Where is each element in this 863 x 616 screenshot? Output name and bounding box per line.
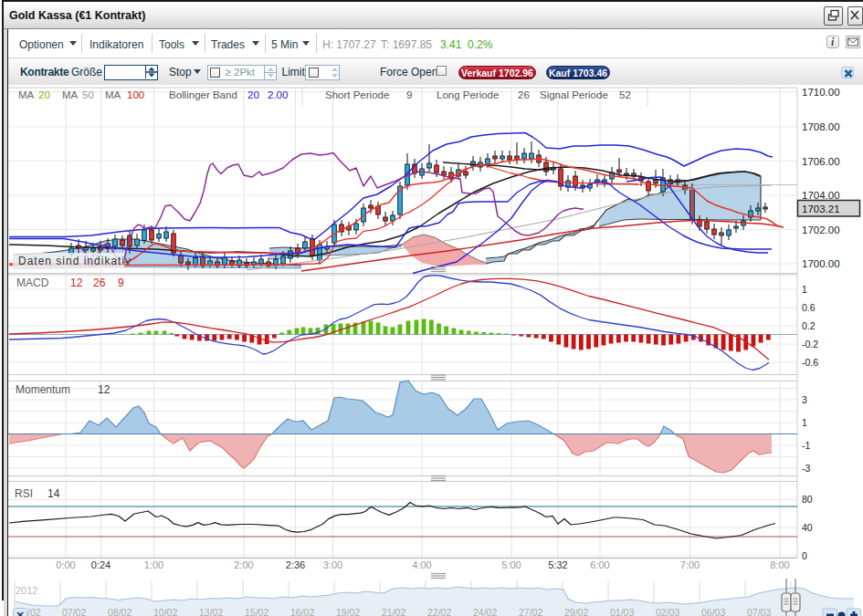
svg-text:0: 0 <box>802 550 807 561</box>
svg-text:1703.21: 1703.21 <box>802 204 840 214</box>
svg-text:14: 14 <box>47 487 60 500</box>
svg-text:40: 40 <box>802 522 813 533</box>
svg-text:Daten sind indikativ: Daten sind indikativ <box>18 255 132 267</box>
svg-text:06/03: 06/03 <box>701 607 725 616</box>
svg-text:Signal Periode: Signal Periode <box>540 89 608 100</box>
svg-text:50: 50 <box>82 89 94 100</box>
svg-text:1:00: 1:00 <box>144 559 163 570</box>
svg-text:1704.00: 1704.00 <box>802 190 840 201</box>
svg-text:2:00: 2:00 <box>234 559 253 570</box>
svg-text:15/02: 15/02 <box>245 607 268 616</box>
svg-text:22/02: 22/02 <box>427 607 451 616</box>
svg-text:1706.00: 1706.00 <box>802 156 840 167</box>
svg-text:80: 80 <box>802 494 813 505</box>
svg-text:2012: 2012 <box>16 585 37 596</box>
svg-text:Momentum: Momentum <box>16 383 70 396</box>
svg-text:Bollinger Band: Bollinger Band <box>169 89 237 100</box>
svg-text:1710.00: 1710.00 <box>802 87 840 98</box>
svg-text:1: 1 <box>802 417 807 428</box>
svg-text:2:36: 2:36 <box>286 559 305 570</box>
svg-text:29/02: 29/02 <box>564 607 588 616</box>
svg-text:1: 1 <box>802 284 807 295</box>
svg-text:4:00: 4:00 <box>412 559 431 570</box>
svg-text:3: 3 <box>802 394 807 405</box>
svg-text:13/02: 13/02 <box>199 607 223 616</box>
svg-text:9: 9 <box>406 89 412 100</box>
svg-text:0:00: 0:00 <box>56 559 75 570</box>
svg-text:20: 20 <box>38 89 50 100</box>
svg-text:-1: -1 <box>802 440 810 451</box>
svg-text:27/02: 27/02 <box>519 607 542 616</box>
svg-text:19/02: 19/02 <box>336 607 360 616</box>
svg-text:MA: MA <box>105 89 121 100</box>
svg-text:26: 26 <box>518 89 530 100</box>
svg-text:07/03: 07/03 <box>747 607 771 616</box>
svg-text:8:00: 8:00 <box>770 559 789 570</box>
svg-text:Long Periode: Long Periode <box>437 89 499 100</box>
svg-text:9: 9 <box>118 277 124 289</box>
svg-text:0:24: 0:24 <box>91 559 111 570</box>
svg-text:24/02: 24/02 <box>473 607 497 616</box>
svg-text:52: 52 <box>619 89 631 100</box>
svg-text:0.2: 0.2 <box>802 320 816 331</box>
svg-text:10/02: 10/02 <box>153 607 177 616</box>
svg-text:1700.00: 1700.00 <box>802 258 840 269</box>
svg-text:MA: MA <box>18 89 35 100</box>
svg-text:21/02: 21/02 <box>382 607 405 616</box>
svg-text:6:00: 6:00 <box>590 559 609 570</box>
svg-text:Short Periode: Short Periode <box>325 89 389 100</box>
svg-text:RSI: RSI <box>15 487 33 500</box>
svg-text:01/03: 01/03 <box>610 607 634 616</box>
svg-text:MACD: MACD <box>16 277 49 289</box>
svg-text:02/03: 02/03 <box>656 607 679 616</box>
svg-text:-0.2: -0.2 <box>802 339 818 350</box>
svg-text:✕: ✕ <box>16 610 24 616</box>
svg-text:1708.00: 1708.00 <box>802 121 840 132</box>
svg-text:0.6: 0.6 <box>802 302 816 313</box>
svg-text:08/02: 08/02 <box>108 607 132 616</box>
svg-text:26: 26 <box>93 277 106 289</box>
svg-text:-0.6: -0.6 <box>802 357 818 368</box>
svg-text:12: 12 <box>70 277 83 289</box>
svg-text:07/02: 07/02 <box>62 607 86 616</box>
svg-text:5:32: 5:32 <box>548 559 567 570</box>
svg-text:16/02: 16/02 <box>290 607 314 616</box>
svg-text:2.00: 2.00 <box>268 89 288 100</box>
svg-text:3:00: 3:00 <box>323 559 342 570</box>
svg-text:20: 20 <box>247 89 259 100</box>
svg-text:12: 12 <box>98 383 111 396</box>
svg-text:1702.00: 1702.00 <box>802 224 840 235</box>
svg-text:100: 100 <box>127 89 144 100</box>
svg-text:5:00: 5:00 <box>501 559 521 570</box>
svg-text:MA: MA <box>62 89 79 100</box>
svg-text:-3: -3 <box>802 463 810 474</box>
svg-text:7:00: 7:00 <box>680 559 700 570</box>
svg-text:/02: /02 <box>27 607 41 616</box>
